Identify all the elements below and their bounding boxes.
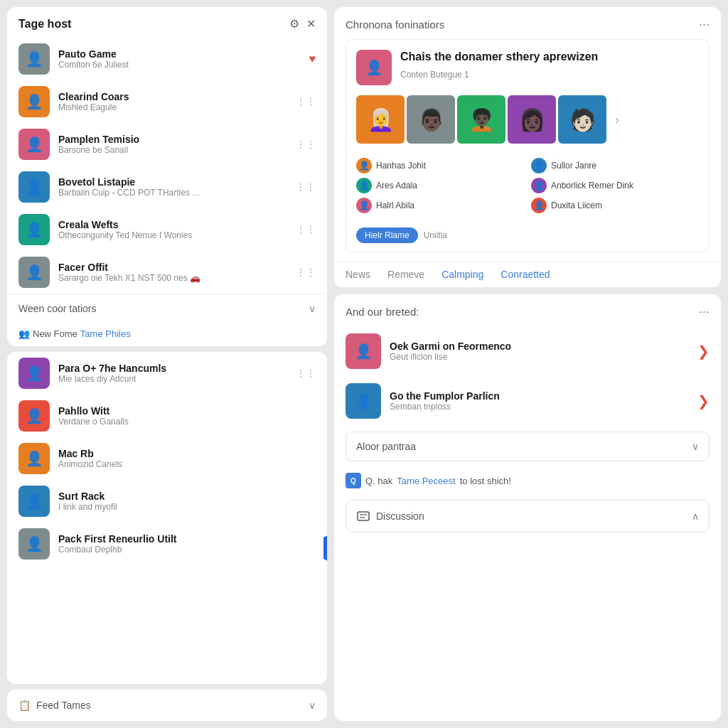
tab-calmping[interactable]: Calmping xyxy=(441,269,483,280)
tag-badge[interactable]: Hielr Rlame xyxy=(356,228,418,243)
contacts-card: Tage host ⚙ ✕ 👤 Pauto Game Comiton 6e Ju… xyxy=(7,7,327,346)
contact-sub: Barsone be Sanail xyxy=(58,145,287,155)
bottom-header: And our breted: ··· xyxy=(334,294,721,326)
sponsor-icon: Q xyxy=(346,473,361,488)
contact-sub: Comiton 6e Juliest xyxy=(58,60,301,70)
avatar: 👤 xyxy=(18,86,50,117)
participant-avatar: 👤 xyxy=(531,158,547,173)
participant-avatar: 👤 xyxy=(356,158,372,173)
news-text: Oek Garmi on Feormenco Geut ificlon lise xyxy=(390,341,689,362)
feed-left: 📋 Feed Tames xyxy=(18,700,91,711)
discussion-left: Discussion xyxy=(356,509,424,523)
menu-icon[interactable]: ⋮⋮ xyxy=(296,181,316,193)
contact-item[interactable]: 👤 Bovetol Listapie Barbalin Cuip - CCD P… xyxy=(7,166,327,208)
news-item[interactable]: 👤 Oek Garmi on Feormenco Geut ificlon li… xyxy=(334,326,721,376)
avatar: 👤 xyxy=(18,400,50,432)
top-card-title: Chronona foninatiors xyxy=(346,18,444,31)
bottom-title: And our breted: xyxy=(346,306,419,318)
contact-name: Pamplen Temisio xyxy=(58,134,287,145)
participant-row: 👤 Hanhas Johit xyxy=(356,158,524,173)
avatar: 👤 xyxy=(18,129,50,160)
contacts-header: Tage host ⚙ ✕ xyxy=(7,7,327,38)
contact-item[interactable]: 👤 Para O+ 7he Hancumls Mie laces diy Adc… xyxy=(7,352,327,395)
contact-item[interactable]: 👤 Pamplen Temisio Barsone be Sanail ⋮⋮ xyxy=(7,123,327,166)
header-actions: ⚙ ✕ xyxy=(289,17,316,31)
chevron-down-icon: ∨ xyxy=(309,700,316,711)
contact-item[interactable]: 👤 Surt Rack I link and myofil xyxy=(7,480,327,523)
highlighted-contact-item[interactable]: 👤 Pack First Reneurlio Utilt Combaul Dep… xyxy=(7,523,327,565)
menu-icon[interactable]: ⋮⋮ xyxy=(296,368,316,379)
contact-info: Pamplen Temisio Barsone be Sanail xyxy=(58,134,287,155)
contact-name: Surt Rack xyxy=(58,491,316,502)
participant-row: 👤 Ares Adala xyxy=(356,178,524,193)
navigate-arrow-icon[interactable]: ❯ xyxy=(697,392,710,410)
contact-item[interactable]: 👤 Clearind Coars Mishled Eagule ⋮⋮ xyxy=(7,80,327,123)
tag-extra: Uniitia xyxy=(424,230,447,240)
svg-rect-2 xyxy=(358,512,369,520)
avatar: 👤 xyxy=(18,171,50,203)
photo-thumb: 👨🏿 xyxy=(407,95,455,144)
contact-name: Creala Wefts xyxy=(58,219,287,230)
participant-name: Duxita Liicem xyxy=(551,200,602,210)
new-fome-label: New Fome xyxy=(33,328,77,339)
contact-name: Mac Rb xyxy=(58,448,316,459)
more-options-icon[interactable]: ··· xyxy=(699,304,710,319)
top-card-header: Chronona foninatiors ··· xyxy=(334,7,721,39)
favorite-icon[interactable]: ♥ xyxy=(309,53,316,65)
chevron-up-icon: ∧ xyxy=(692,510,699,522)
sponsor-link[interactable]: Tame Peceest xyxy=(397,476,455,486)
participant-list: 👤 Hanhas Johit 👤 Sullor Janre 👤 Ares Ada… xyxy=(346,152,709,222)
featured-sub: Conten Butegue 1 xyxy=(400,70,469,80)
news-text: Go the Fumplor Parlicn Semban tnploss xyxy=(390,390,689,412)
participant-avatar: 👤 xyxy=(356,198,372,213)
contact-info: Bovetol Listapie Barbalin Cuip - CCD POT… xyxy=(58,176,287,198)
contact-item[interactable]: 👤 Pahllo Witt Verdane o Ganalls xyxy=(7,395,327,437)
contact-name: Pauto Game xyxy=(58,48,301,60)
close-icon[interactable]: ✕ xyxy=(306,17,316,31)
top-card: Chronona foninatiors ··· 👤 Chais the don… xyxy=(334,7,721,287)
contact-item[interactable]: 👤 Creala Wefts Othecongunity Ted Nenue I… xyxy=(7,208,327,251)
aloor-label: Aloor pantraa xyxy=(356,441,416,452)
participant-row: 👤 Halrl Abila xyxy=(356,198,524,213)
tame-philes-link[interactable]: Tame Philes xyxy=(80,328,131,339)
contact-info: Creala Wefts Othecongunity Ted Nenue I W… xyxy=(58,219,287,240)
news-title: Go the Fumplor Parlicn xyxy=(390,390,689,402)
chevron-down-icon: ∨ xyxy=(692,441,699,452)
contact-list: 👤 Pauto Game Comiton 6e Juliest ♥ 👤 Clea… xyxy=(7,38,327,294)
aloor-pantraa-dropdown[interactable]: Aloor pantraa ∨ xyxy=(346,432,710,461)
feed-dropdown[interactable]: 📋 Feed Tames ∨ xyxy=(7,690,327,721)
tab-remeve[interactable]: Remeve xyxy=(387,269,424,280)
news-avatar: 👤 xyxy=(346,383,381,419)
contact-item[interactable]: 👤 Facer Offit Sarargo oie Tekh X1 NST 50… xyxy=(7,251,327,294)
avatar: 👤 xyxy=(18,214,50,245)
featured-avatar: 👤 xyxy=(356,50,392,85)
contact-sub: Combaul Deplhb xyxy=(58,545,316,555)
contact-info: Pauto Game Comiton 6e Juliest xyxy=(58,48,301,70)
contact-info: Mac Rb Animozid Canels xyxy=(58,448,316,469)
new-fome-row: 👥 New Fome Tame Philes xyxy=(7,323,327,346)
tab-news[interactable]: News xyxy=(346,269,370,280)
participant-avatar: 👤 xyxy=(531,178,547,193)
photo-thumb: 🧑🏻 xyxy=(558,95,606,144)
contact-item[interactable]: 👤 Pauto Game Comiton 6e Juliest ♥ xyxy=(7,38,327,80)
more-options-icon[interactable]: ··· xyxy=(699,17,710,32)
contact-info: Para O+ 7he Hancumls Mie laces diy Adcun… xyxy=(58,363,287,384)
contact-name: Para O+ 7he Hancumls xyxy=(58,363,287,374)
avatar: 👤 xyxy=(18,257,50,288)
contact-sub: Sarargo oie Tekh X1 NST 500 nes 🚗 xyxy=(58,273,287,283)
news-sub: Geut ificlon lise xyxy=(390,352,689,362)
navigate-arrow-icon[interactable]: ❯ xyxy=(697,343,710,360)
discussion-dropdown[interactable]: Discussion ∧ xyxy=(346,500,710,532)
menu-icon[interactable]: ⋮⋮ xyxy=(296,96,316,107)
more-photos-icon[interactable]: › xyxy=(609,95,626,144)
tab-conraetted[interactable]: Conraetted xyxy=(500,269,550,280)
contact-sub: Mie laces diy Adcunt xyxy=(58,374,287,384)
ween-coor-dropdown[interactable]: Ween coor tatiors ∨ xyxy=(7,294,327,323)
menu-icon[interactable]: ⋮⋮ xyxy=(296,267,316,278)
news-item[interactable]: 👤 Go the Fumplor Parlicn Semban tnploss … xyxy=(334,376,721,426)
menu-icon[interactable]: ⋮⋮ xyxy=(296,224,316,235)
menu-icon[interactable]: ⋮⋮ xyxy=(296,139,316,150)
settings-icon[interactable]: ⚙ xyxy=(289,17,299,31)
participant-row: 👤 Anborlick Remer Dink xyxy=(531,178,699,193)
contact-item[interactable]: 👤 Mac Rb Animozid Canels xyxy=(7,437,327,480)
